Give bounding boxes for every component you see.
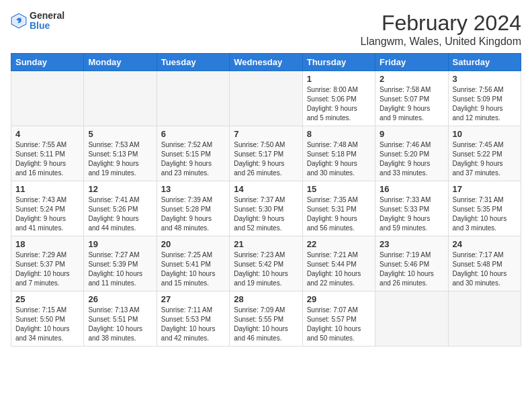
page-subtitle: Llangwm, Wales, United Kingdom [360, 36, 521, 48]
calendar-cell [448, 291, 521, 347]
day-info: Sunrise: 7:33 AM Sunset: 5:33 PM Dayligh… [380, 195, 443, 233]
calendar-week-2: 4Sunrise: 7:55 AM Sunset: 5:11 PM Daylig… [11, 126, 521, 181]
title-block: February 2024 Llangwm, Wales, United Kin… [360, 11, 521, 48]
day-number: 1 [307, 74, 371, 84]
logo-text: General Blue [30, 11, 64, 32]
day-number: 24 [453, 239, 517, 249]
day-info: Sunrise: 7:31 AM Sunset: 5:35 PM Dayligh… [453, 195, 517, 233]
day-info: Sunrise: 7:48 AM Sunset: 5:18 PM Dayligh… [307, 140, 371, 178]
day-number: 20 [161, 239, 225, 249]
calendar-cell: 24Sunrise: 7:17 AM Sunset: 5:48 PM Dayli… [448, 236, 521, 291]
day-info: Sunrise: 7:41 AM Sunset: 5:26 PM Dayligh… [88, 195, 152, 233]
calendar-cell: 25Sunrise: 7:15 AM Sunset: 5:50 PM Dayli… [11, 291, 84, 347]
header-day-tuesday: Tuesday [157, 54, 229, 71]
calendar-cell: 15Sunrise: 7:35 AM Sunset: 5:31 PM Dayli… [302, 181, 375, 236]
day-info: Sunrise: 7:52 AM Sunset: 5:15 PM Dayligh… [161, 140, 225, 178]
day-info: Sunrise: 7:35 AM Sunset: 5:31 PM Dayligh… [307, 195, 371, 233]
day-info: Sunrise: 7:19 AM Sunset: 5:46 PM Dayligh… [380, 250, 443, 288]
calendar-cell: 9Sunrise: 7:46 AM Sunset: 5:20 PM Daylig… [375, 126, 448, 181]
calendar-cell: 4Sunrise: 7:55 AM Sunset: 5:11 PM Daylig… [11, 126, 84, 181]
calendar-cell: 19Sunrise: 7:27 AM Sunset: 5:39 PM Dayli… [84, 236, 157, 291]
calendar-cell: 3Sunrise: 7:56 AM Sunset: 5:09 PM Daylig… [448, 71, 521, 126]
header-day-sunday: Sunday [11, 54, 84, 71]
page-container: General Blue February 2024 Llangwm, Wale… [11, 11, 521, 347]
day-number: 4 [15, 129, 79, 139]
day-info: Sunrise: 7:50 AM Sunset: 5:17 PM Dayligh… [234, 140, 298, 178]
calendar-cell: 26Sunrise: 7:13 AM Sunset: 5:51 PM Dayli… [84, 291, 157, 347]
calendar-cell: 6Sunrise: 7:52 AM Sunset: 5:15 PM Daylig… [157, 126, 229, 181]
day-info: Sunrise: 7:58 AM Sunset: 5:07 PM Dayligh… [380, 85, 443, 123]
day-number: 8 [307, 129, 371, 139]
calendar-cell: 5Sunrise: 7:53 AM Sunset: 5:13 PM Daylig… [84, 126, 157, 181]
calendar-cell: 1Sunrise: 8:00 AM Sunset: 5:06 PM Daylig… [302, 71, 375, 126]
day-number: 28 [234, 294, 298, 304]
day-number: 6 [161, 129, 225, 139]
day-number: 2 [380, 74, 443, 84]
calendar-cell: 23Sunrise: 7:19 AM Sunset: 5:46 PM Dayli… [375, 236, 448, 291]
calendar-cell: 27Sunrise: 7:11 AM Sunset: 5:53 PM Dayli… [157, 291, 229, 347]
day-info: Sunrise: 7:45 AM Sunset: 5:22 PM Dayligh… [453, 140, 517, 178]
calendar-cell: 13Sunrise: 7:39 AM Sunset: 5:28 PM Dayli… [157, 181, 229, 236]
header-day-friday: Friday [375, 54, 448, 71]
day-info: Sunrise: 7:15 AM Sunset: 5:50 PM Dayligh… [15, 306, 79, 343]
day-info: Sunrise: 7:11 AM Sunset: 5:53 PM Dayligh… [161, 306, 225, 343]
calendar-week-1: 1Sunrise: 8:00 AM Sunset: 5:06 PM Daylig… [11, 71, 521, 126]
header-day-monday: Monday [84, 54, 157, 71]
day-number: 12 [88, 184, 152, 194]
day-number: 18 [15, 239, 79, 249]
calendar-cell: 17Sunrise: 7:31 AM Sunset: 5:35 PM Dayli… [448, 181, 521, 236]
logo-icon [11, 13, 27, 29]
calendar-cell: 22Sunrise: 7:21 AM Sunset: 5:44 PM Dayli… [302, 236, 375, 291]
day-info: Sunrise: 7:37 AM Sunset: 5:30 PM Dayligh… [234, 195, 298, 233]
day-number: 9 [380, 129, 443, 139]
calendar-cell: 20Sunrise: 7:25 AM Sunset: 5:41 PM Dayli… [157, 236, 229, 291]
day-info: Sunrise: 7:27 AM Sunset: 5:39 PM Dayligh… [88, 250, 152, 288]
day-info: Sunrise: 7:55 AM Sunset: 5:11 PM Dayligh… [15, 140, 79, 178]
day-number: 7 [234, 129, 298, 139]
calendar-cell: 7Sunrise: 7:50 AM Sunset: 5:17 PM Daylig… [230, 126, 302, 181]
calendar-cell: 14Sunrise: 7:37 AM Sunset: 5:30 PM Dayli… [230, 181, 302, 236]
day-info: Sunrise: 7:07 AM Sunset: 5:57 PM Dayligh… [307, 306, 371, 343]
calendar-cell [84, 71, 157, 126]
day-number: 21 [234, 239, 298, 249]
day-number: 29 [307, 294, 371, 304]
day-number: 10 [453, 129, 517, 139]
logo: General Blue [11, 11, 64, 32]
day-info: Sunrise: 7:25 AM Sunset: 5:41 PM Dayligh… [161, 250, 225, 288]
logo-general-text: General [30, 11, 64, 21]
calendar-cell [230, 71, 302, 126]
calendar-cell: 12Sunrise: 7:41 AM Sunset: 5:26 PM Dayli… [84, 181, 157, 236]
calendar-cell: 18Sunrise: 7:29 AM Sunset: 5:37 PM Dayli… [11, 236, 84, 291]
day-info: Sunrise: 7:56 AM Sunset: 5:09 PM Dayligh… [453, 85, 517, 123]
day-number: 15 [307, 184, 371, 194]
day-info: Sunrise: 7:46 AM Sunset: 5:20 PM Dayligh… [380, 140, 443, 178]
calendar-week-4: 18Sunrise: 7:29 AM Sunset: 5:37 PM Dayli… [11, 236, 521, 291]
calendar-cell: 8Sunrise: 7:48 AM Sunset: 5:18 PM Daylig… [302, 126, 375, 181]
logo-blue-text: Blue [30, 21, 64, 31]
day-info: Sunrise: 7:23 AM Sunset: 5:42 PM Dayligh… [234, 250, 298, 288]
calendar-cell [11, 71, 84, 126]
page-title: February 2024 [360, 11, 521, 36]
calendar-week-5: 25Sunrise: 7:15 AM Sunset: 5:50 PM Dayli… [11, 291, 521, 347]
calendar-week-3: 11Sunrise: 7:43 AM Sunset: 5:24 PM Dayli… [11, 181, 521, 236]
header-day-wednesday: Wednesday [230, 54, 302, 71]
calendar-header-row: SundayMondayTuesdayWednesdayThursdayFrid… [11, 54, 521, 71]
header: General Blue February 2024 Llangwm, Wale… [11, 11, 521, 48]
calendar-cell: 29Sunrise: 7:07 AM Sunset: 5:57 PM Dayli… [302, 291, 375, 347]
header-day-saturday: Saturday [448, 54, 521, 71]
day-info: Sunrise: 8:00 AM Sunset: 5:06 PM Dayligh… [307, 85, 371, 123]
calendar-cell: 11Sunrise: 7:43 AM Sunset: 5:24 PM Dayli… [11, 181, 84, 236]
calendar-cell: 16Sunrise: 7:33 AM Sunset: 5:33 PM Dayli… [375, 181, 448, 236]
day-number: 13 [161, 184, 225, 194]
calendar-cell [157, 71, 229, 126]
day-number: 27 [161, 294, 225, 304]
calendar-cell: 2Sunrise: 7:58 AM Sunset: 5:07 PM Daylig… [375, 71, 448, 126]
day-info: Sunrise: 7:09 AM Sunset: 5:55 PM Dayligh… [234, 306, 298, 343]
day-number: 5 [88, 129, 152, 139]
calendar-cell: 21Sunrise: 7:23 AM Sunset: 5:42 PM Dayli… [230, 236, 302, 291]
day-number: 17 [453, 184, 517, 194]
calendar-table: SundayMondayTuesdayWednesdayThursdayFrid… [11, 53, 521, 347]
day-info: Sunrise: 7:13 AM Sunset: 5:51 PM Dayligh… [88, 306, 152, 343]
day-info: Sunrise: 7:43 AM Sunset: 5:24 PM Dayligh… [15, 195, 79, 233]
day-info: Sunrise: 7:53 AM Sunset: 5:13 PM Dayligh… [88, 140, 152, 178]
